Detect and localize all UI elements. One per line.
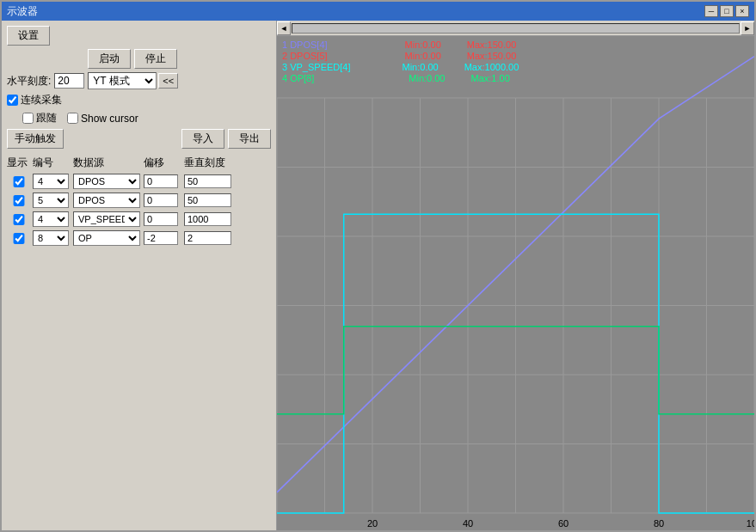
ch4-scale[interactable]: [184, 231, 231, 245]
follow-row: 跟随 Show cursor: [22, 111, 271, 125]
show-cursor-checkbox[interactable]: [67, 113, 78, 124]
ch1-offset[interactable]: [144, 174, 178, 188]
left-panel: 设置 启动 停止 水平刻度: YT 模式 XY 模式 <<: [2, 21, 277, 530]
col-number: 编号: [33, 156, 71, 170]
settings-row: 设置: [7, 26, 271, 46]
scroll-right-icon[interactable]: ►: [741, 21, 754, 35]
ch2-source[interactable]: DPOSVP_SPEEDOP: [73, 193, 140, 208]
title-bar: 示波器 ─ □ ×: [2, 2, 754, 21]
start-stop-row: 启动 停止: [7, 49, 271, 69]
settings-button[interactable]: 设置: [7, 26, 50, 46]
ch1-display[interactable]: [7, 176, 31, 187]
follow-checkbox[interactable]: [22, 113, 34, 124]
table-row: 458 VP_SPEEDDPOSOP: [7, 210, 271, 229]
minimize-button[interactable]: ─: [704, 5, 718, 17]
show-cursor-label[interactable]: Show cursor: [67, 113, 138, 125]
col-display: 显示: [7, 156, 31, 170]
export-button[interactable]: 导出: [228, 129, 271, 149]
scroll-track[interactable]: [292, 23, 740, 34]
ch3-display[interactable]: [7, 214, 31, 225]
scope-canvas: [277, 36, 754, 530]
mode-select[interactable]: YT 模式 XY 模式: [88, 72, 157, 89]
scroll-left-button[interactable]: <<: [158, 73, 178, 89]
horizontal-input[interactable]: [54, 73, 84, 89]
scroll-left-icon[interactable]: ◄: [277, 21, 291, 35]
maximize-button[interactable]: □: [720, 5, 734, 17]
table-row: 845 OPDPOSVP_SPEED: [7, 229, 271, 248]
horizontal-row: 水平刻度: YT 模式 XY 模式 <<: [7, 72, 271, 89]
manual-trigger-button[interactable]: 手动触发: [7, 129, 64, 149]
table-row: 458 DPOSVP_SPEEDOP: [7, 172, 271, 191]
title-bar-buttons: ─ □ ×: [704, 5, 749, 17]
col-source: 数据源: [73, 156, 142, 170]
ch2-offset[interactable]: [144, 193, 178, 207]
follow-label[interactable]: 跟随: [22, 111, 57, 125]
ch2-number[interactable]: 548: [33, 193, 69, 208]
horizontal-label: 水平刻度:: [7, 74, 51, 89]
import-button[interactable]: 导入: [181, 129, 224, 149]
ch4-number[interactable]: 845: [33, 230, 69, 246]
main-window: 示波器 ─ □ × 设置 启动 停止 水平刻度:: [0, 0, 756, 532]
right-panel: ◄ ► 1 DPOS[4] Min:0.00 Max:150.00 2 DPOS…: [277, 21, 754, 530]
ch4-source[interactable]: OPDPOSVP_SPEED: [73, 230, 140, 246]
col-offset: 偏移: [144, 156, 182, 170]
ch4-display[interactable]: [7, 233, 31, 244]
ch3-offset[interactable]: [144, 212, 178, 226]
continuous-label[interactable]: 连续采集: [7, 93, 62, 107]
trigger-row: 手动触发 导入 导出: [7, 129, 271, 149]
channel-table: 显示 编号 数据源 偏移 垂直刻度 458 DPOSVP_SPEEDOP: [7, 154, 271, 525]
continuous-row: 连续采集: [7, 93, 271, 107]
mode-wrapper: YT 模式 XY 模式 <<: [88, 72, 178, 89]
ch3-number[interactable]: 458: [33, 211, 69, 227]
ch1-source[interactable]: DPOSVP_SPEEDOP: [73, 174, 140, 189]
close-button[interactable]: ×: [735, 5, 749, 17]
scope-display: 1 DPOS[4] Min:0.00 Max:150.00 2 DPOS[5] …: [277, 36, 754, 530]
start-button[interactable]: 启动: [88, 49, 131, 69]
ch3-scale[interactable]: [184, 212, 231, 226]
col-scale: 垂直刻度: [184, 156, 236, 170]
window-title: 示波器: [7, 4, 38, 19]
ch1-number[interactable]: 458: [33, 174, 69, 189]
stop-button[interactable]: 停止: [134, 49, 177, 69]
scrollbar-top: ◄ ►: [277, 21, 754, 36]
continuous-checkbox[interactable]: [7, 95, 18, 106]
ch2-scale[interactable]: [184, 193, 231, 207]
ch1-scale[interactable]: [184, 174, 231, 188]
content-area: 设置 启动 停止 水平刻度: YT 模式 XY 模式 <<: [2, 21, 754, 530]
table-header: 显示 编号 数据源 偏移 垂直刻度: [7, 154, 271, 172]
ch2-display[interactable]: [7, 195, 31, 206]
ch3-source[interactable]: VP_SPEEDDPOSOP: [73, 211, 140, 227]
table-row: 548 DPOSVP_SPEEDOP: [7, 191, 271, 210]
ch4-offset[interactable]: [144, 231, 178, 245]
